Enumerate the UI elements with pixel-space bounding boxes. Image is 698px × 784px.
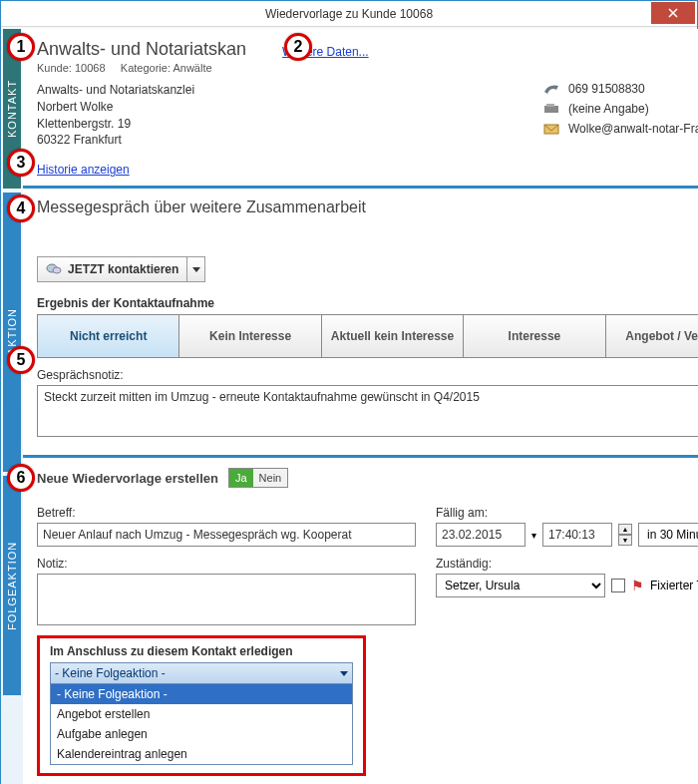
svg-rect-1 — [546, 104, 554, 107]
spin-up-icon[interactable]: ▲ — [618, 524, 632, 535]
close-icon — [668, 8, 678, 18]
in-minutes-select[interactable]: in 30 Minuten — [638, 523, 698, 547]
betreff-label: Betreff: — [37, 506, 416, 520]
spin-down-icon[interactable]: ▼ — [618, 535, 632, 546]
badge-5: 5 — [7, 346, 35, 374]
folgeaktion-combo[interactable]: - Keine Folgeaktion - — [50, 662, 353, 684]
option-kalendereintrag-anlegen[interactable]: Kalendereintrag anlegen — [51, 744, 352, 764]
customer-subtitle: Kunde: 10068 Kategorie: Anwälte — [37, 62, 246, 74]
sidebar: KONTAKT AKTION FOLGEAKTION — [3, 29, 21, 784]
contact-info: 069 91508830 (keine Angabe) Wolke@anwalt… — [542, 82, 698, 142]
tab-aktion[interactable]: AKTION — [3, 193, 21, 472]
tab-folgeaktion[interactable]: FOLGEAKTION — [3, 476, 21, 695]
date-picker-icon[interactable]: ▾ — [531, 530, 536, 541]
result-aktuell-kein-interesse[interactable]: Aktuell kein Interesse — [322, 315, 464, 357]
anschluss-box: Im Anschluss zu diesem Kontakt erledigen… — [37, 635, 366, 776]
result-angebot-verkauf[interactable]: Angebot / Verkauf — [606, 315, 698, 357]
kunde-nr: 10068 — [75, 62, 106, 74]
gespraechsnotiz-label: Gesprächsnotiz: — [37, 368, 698, 382]
kategorie-value: Anwälte — [173, 62, 211, 74]
betreff-input[interactable] — [37, 523, 416, 547]
window-title: Wiedervorlage zu Kunde 10068 — [1, 7, 697, 21]
window: Wiedervorlage zu Kunde 10068 KONTAKT AKT… — [0, 0, 698, 784]
faellig-date-input[interactable] — [436, 523, 525, 547]
badge-6: 6 — [7, 464, 35, 492]
ja-option[interactable]: Ja — [229, 469, 253, 487]
badge-1: 1 — [7, 33, 35, 61]
section-kontakt: 1 2 3 Anwalts- und Notariatskan Kunde: 1… — [23, 29, 698, 189]
anschluss-label: Im Anschluss zu diesem Kontakt erledigen — [50, 638, 353, 662]
content: 1 2 3 Anwalts- und Notariatskan Kunde: 1… — [23, 29, 698, 784]
address-block: Anwalts- und Notariatskanzlei Norbert Wo… — [37, 82, 194, 149]
fax-value: (keine Angabe) — [568, 102, 649, 116]
bubble-icon — [46, 262, 62, 276]
body: KONTAKT AKTION FOLGEAKTION 1 2 3 Anwalts… — [1, 27, 697, 784]
titlebar: Wiedervorlage zu Kunde 10068 — [1, 1, 697, 27]
phone-icon — [542, 82, 560, 96]
badge-2: 2 — [284, 33, 312, 61]
result-interesse[interactable]: Interesse — [464, 315, 605, 357]
nein-option[interactable]: Nein — [253, 469, 288, 487]
svg-point-4 — [53, 267, 61, 273]
addr-city: 60322 Frankfurt — [37, 132, 194, 149]
email-icon — [542, 122, 560, 136]
folgeaktion-combo-list: - Keine Folgeaktion - Angebot erstellen … — [50, 684, 353, 765]
folge-notiz-label: Notiz: — [37, 557, 416, 571]
result-bar: Nicht erreicht Kein Interesse Aktuell ke… — [37, 314, 698, 358]
zustaendig-label: Zuständig: — [436, 557, 698, 571]
followup-heading: Neue Wiedervorlage erstellen — [37, 471, 218, 486]
zustaendig-select[interactable]: Setzer, Ursula — [436, 574, 605, 597]
faellig-time-input[interactable] — [542, 523, 612, 547]
faellig-label: Fällig am: — [436, 506, 698, 520]
option-angebot-erstellen[interactable]: Angebot erstellen — [51, 704, 352, 724]
jetzt-dropdown-icon[interactable] — [186, 257, 204, 281]
kategorie-label: Kategorie: — [121, 62, 171, 74]
fax-icon — [542, 102, 560, 116]
result-nicht-erreicht[interactable]: Nicht erreicht — [38, 315, 179, 357]
fixiert-checkbox[interactable] — [611, 579, 625, 592]
ergebnis-label: Ergebnis der Kontaktaufnahme — [37, 296, 698, 310]
option-aufgabe-anlegen[interactable]: Aufgabe anlegen — [51, 724, 352, 744]
followup-ja-nein-toggle[interactable]: Ja Nein — [228, 468, 288, 488]
kunde-label: Kunde: — [37, 62, 72, 74]
jetzt-kontaktieren-button[interactable]: JETZT kontaktieren — [37, 256, 205, 282]
link-historie[interactable]: Historie anzeigen — [37, 163, 130, 177]
customer-title: Anwalts- und Notariatskan — [37, 39, 246, 60]
section-aktion: 4 5 Messegespräch über weitere Zusammena… — [23, 189, 698, 458]
gespraechsnotiz-input[interactable]: Steckt zurzeit mitten im Umzug - erneute… — [37, 385, 698, 437]
folge-notiz-input[interactable] — [37, 574, 416, 625]
badge-3: 3 — [7, 149, 35, 177]
combo-selected-text: - Keine Folgeaktion - — [55, 666, 166, 680]
aktion-subject: Messegespräch über weitere Zusammenarbei… — [37, 198, 698, 216]
jetzt-label: JETZT kontaktieren — [68, 262, 178, 276]
section-folgeaktion: 6 Neue Wiedervorlage erstellen Ja Nein B… — [23, 458, 698, 784]
addr-person: Norbert Wolke — [37, 99, 194, 116]
close-button[interactable] — [651, 2, 695, 24]
fixiert-label: Fixierter Termin — [650, 579, 698, 592]
option-keine-folgeaktion[interactable]: - Keine Folgeaktion - — [51, 684, 352, 704]
addr-street: Klettenbergstr. 19 — [37, 116, 194, 133]
badge-4: 4 — [7, 195, 35, 222]
svg-rect-0 — [544, 106, 558, 113]
email-value: Wolke@anwalt-notar-Frankfurt.de — [568, 122, 698, 136]
phone-value: 069 91508830 — [568, 82, 645, 96]
flag-icon: ⚑ — [631, 578, 644, 593]
addr-name: Anwalts- und Notariatskanzlei — [37, 82, 194, 99]
result-kein-interesse[interactable]: Kein Interesse — [179, 315, 321, 357]
time-spinner[interactable]: ▲▼ — [618, 524, 632, 546]
